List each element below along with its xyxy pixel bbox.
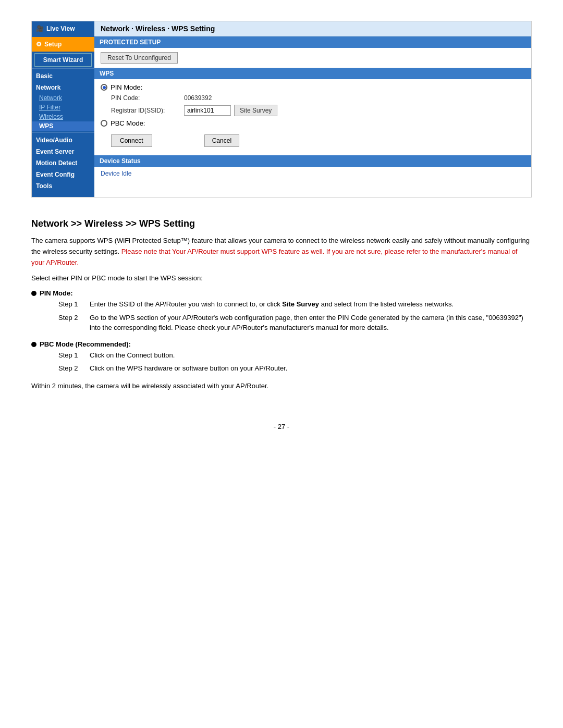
doc-para2: Select either PIN or PBC mode to start t…: [31, 273, 532, 284]
page-number: - 27 -: [31, 423, 532, 430]
doc-para3: Within 2 minutes, the camera will be wir…: [31, 381, 532, 392]
sidebar-item-event-config[interactable]: Event Config: [32, 169, 94, 180]
wps-section: PIN Mode: PIN Code: 00639392 Registrar I…: [94, 79, 531, 155]
pbc-mode-label: PBC Mode:: [111, 119, 145, 127]
pin-step1: Step 1 Enter the SSID of the AP/Router y…: [58, 299, 532, 310]
main-panel: Network · Wireless · WPS Setting PROTECT…: [94, 21, 531, 197]
pbc-step1-text: Click on the Connect button.: [90, 350, 287, 361]
sidebar-item-tools[interactable]: Tools: [32, 180, 94, 192]
sidebar-item-video-audio[interactable]: Video/Audio: [32, 134, 94, 146]
pin-step1-text: Enter the SSID of the AP/Router you wish…: [90, 299, 532, 310]
cancel-button[interactable]: Cancel: [204, 134, 239, 147]
divider: [32, 68, 94, 69]
pbc-mode-row[interactable]: PBC Mode:: [101, 119, 525, 127]
pbc-mode-title: PBC Mode (Recommended):: [40, 340, 131, 348]
pin-mode-row[interactable]: PIN Mode:: [101, 83, 525, 91]
sidebar: 🎥 Live View ⚙ Setup Smart Wizard Basic N…: [32, 21, 94, 197]
pin-steps: Step 1 Enter the SSID of the AP/Router y…: [40, 299, 532, 333]
pin-mode-label: PIN Mode:: [111, 83, 142, 91]
device-status-bar: Device Status: [94, 155, 531, 167]
smart-wizard-button[interactable]: Smart Wizard: [34, 53, 92, 67]
sidebar-item-network[interactable]: Network: [32, 82, 94, 93]
reset-button[interactable]: Reset To Unconfigured: [101, 52, 178, 64]
live-view-button[interactable]: 🎥 Live View: [32, 21, 94, 36]
sidebar-item-basic: Basic: [32, 70, 94, 82]
panel-title: Network · Wireless · WPS Setting: [94, 21, 531, 36]
registrar-input[interactable]: [184, 105, 231, 116]
pbc-step1: Step 1 Click on the Connect button.: [58, 350, 287, 361]
doc-title: Network >> Wireless >> WPS Setting: [31, 218, 532, 229]
pin-code-label: PIN Code:: [111, 94, 184, 102]
setup-button[interactable]: ⚙ Setup: [32, 37, 94, 52]
pbc-step2-text: Click on the WPS hardware or software bu…: [90, 363, 287, 374]
documentation-section: Network >> Wireless >> WPS Setting The c…: [31, 213, 532, 402]
setup-icon: ⚙: [36, 41, 42, 48]
ui-panel: 🎥 Live View ⚙ Setup Smart Wizard Basic N…: [31, 21, 532, 198]
pin-step2-text: Go to the WPS section of your AP/Router'…: [90, 313, 532, 333]
protected-setup-bar: PROTECTED SETUP: [94, 36, 531, 48]
pbc-mode-radio[interactable]: [101, 120, 107, 127]
pin-mode-title: PIN Mode:: [40, 289, 73, 297]
wps-bar: WPS: [94, 68, 531, 79]
sidebar-link-wps[interactable]: WPS: [32, 121, 94, 131]
sidebar-link-wireless[interactable]: Wireless: [32, 112, 94, 121]
pin-code-value: 00639392: [184, 94, 212, 102]
registrar-label: Registrar ID(SSID):: [111, 107, 184, 114]
sidebar-link-network[interactable]: Network: [32, 93, 94, 103]
pbc-bullet-icon: [31, 342, 36, 347]
pin-mode-bullet: PIN Mode: Step 1 Enter the SSID of the A…: [31, 289, 532, 336]
pbc-steps: Step 1 Click on the Connect button. Step…: [40, 350, 287, 374]
pbc-step2: Step 2 Click on the WPS hardware or soft…: [58, 363, 287, 374]
sidebar-item-event-server[interactable]: Event Server: [32, 146, 94, 157]
button-row: Connect Cancel: [101, 132, 525, 151]
site-survey-button[interactable]: Site Survey: [234, 105, 277, 116]
divider2: [32, 132, 94, 133]
pin-mode-radio[interactable]: [101, 84, 107, 91]
sidebar-link-ipfilter[interactable]: IP Filter: [32, 103, 94, 112]
pbc-mode-content: PBC Mode (Recommended): Step 1 Click on …: [40, 340, 287, 377]
pin-bullet-icon: [31, 291, 36, 296]
reset-section: Reset To Unconfigured: [94, 48, 531, 68]
pbc-mode-bullet: PBC Mode (Recommended): Step 1 Click on …: [31, 340, 532, 377]
registrar-row: Registrar ID(SSID): Site Survey: [101, 105, 525, 116]
pin-mode-content: PIN Mode: Step 1 Enter the SSID of the A…: [40, 289, 532, 336]
doc-para1: The camera supports WPS (WiFi Protected …: [31, 236, 532, 268]
live-view-icon: 🎥: [36, 25, 44, 32]
pin-code-row: PIN Code: 00639392: [101, 94, 525, 102]
connect-button[interactable]: Connect: [111, 134, 152, 147]
pin-step2: Step 2 Go to the WPS section of your AP/…: [58, 313, 532, 333]
sidebar-item-motion-detect[interactable]: Motion Detect: [32, 157, 94, 169]
device-status-value: Device Idle: [94, 167, 531, 180]
